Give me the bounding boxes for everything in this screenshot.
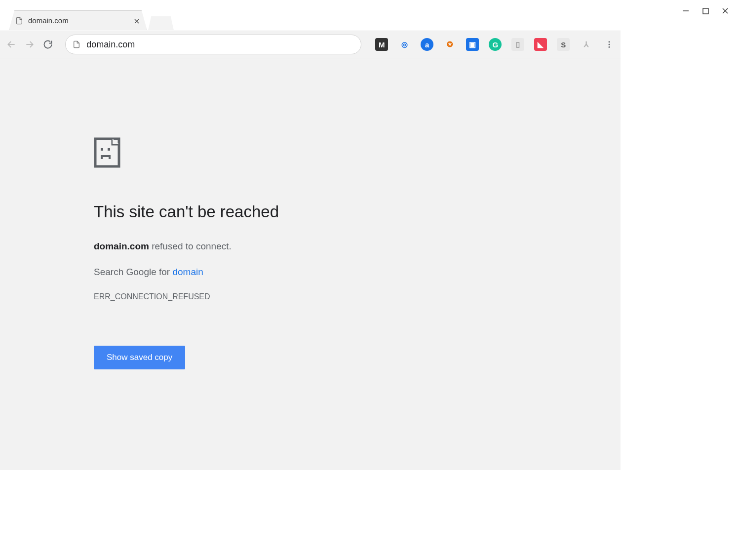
pocket-icon[interactable]: ◣: [534, 38, 547, 51]
doc-icon[interactable]: ▯: [511, 38, 524, 51]
svg-rect-13: [101, 148, 103, 151]
error-code: ERR_CONNECTION_REFUSED: [94, 292, 621, 301]
search-suggestion: Search Google for domain: [94, 267, 621, 278]
search-prefix: Search Google for: [94, 267, 172, 277]
tab-strip: domain.com: [0, 0, 621, 31]
reload-button[interactable]: [42, 39, 54, 50]
file-icon: [15, 17, 23, 25]
svg-point-9: [608, 44, 610, 45]
browser-tab[interactable]: domain.com: [9, 10, 147, 30]
error-title: This site can't be reached: [94, 202, 621, 221]
error-refused-text: refused to connect.: [149, 241, 232, 251]
tab-close-button[interactable]: [134, 17, 141, 24]
page-icon: [73, 40, 80, 48]
error-host: domain.com: [94, 241, 149, 251]
back-button[interactable]: [6, 39, 17, 50]
search-link[interactable]: domain: [172, 267, 203, 277]
page-content: This site can't be reached domain.com re…: [0, 58, 621, 470]
address-bar[interactable]: [65, 35, 361, 54]
tab-title: domain.com: [28, 16, 129, 25]
circle-q-icon[interactable]: ◎: [398, 38, 411, 51]
amazon-icon[interactable]: a: [421, 38, 433, 51]
wishbone-icon[interactable]: ⅄: [580, 38, 592, 51]
url-input[interactable]: [86, 40, 354, 50]
error-message: domain.com refused to connect.: [94, 241, 621, 252]
bitly-icon[interactable]: ✪: [443, 38, 456, 51]
new-tab-button[interactable]: [148, 16, 174, 30]
svg-point-10: [608, 46, 610, 48]
svg-rect-14: [108, 148, 110, 151]
sad-page-icon: [94, 137, 120, 168]
screenshot-icon[interactable]: ▣: [466, 38, 479, 51]
grammarly-icon[interactable]: G: [489, 38, 502, 51]
svg-point-8: [608, 41, 610, 42]
toolbar: M◎a✪▣G▯◣S⅄: [0, 31, 621, 58]
s-icon[interactable]: S: [557, 38, 570, 51]
show-saved-copy-button[interactable]: Show saved copy: [94, 346, 185, 369]
menu-button[interactable]: [603, 39, 615, 50]
forward-button[interactable]: [24, 39, 36, 50]
extensions-bar: M◎a✪▣G▯◣S⅄: [375, 38, 592, 51]
megasync-icon[interactable]: M: [375, 38, 388, 51]
